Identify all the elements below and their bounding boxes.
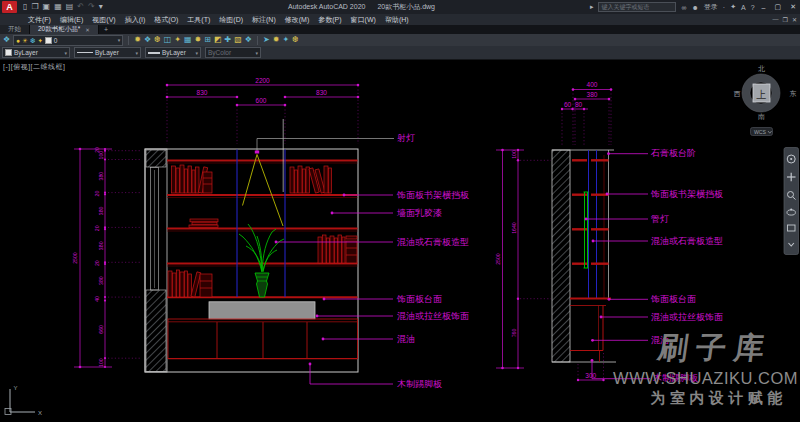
svg-text:石膏板台阶: 石膏板台阶 — [650, 148, 696, 158]
search-input[interactable] — [598, 2, 676, 12]
minimize-button[interactable]: – — [760, 4, 768, 11]
layer-tool-icon[interactable]: ✹ — [134, 34, 141, 46]
layer-tool-icon[interactable]: ✦ — [282, 34, 289, 46]
chevron-down-icon[interactable]: ▾ — [64, 50, 67, 56]
layer-tool-icon[interactable]: ❖ — [245, 34, 252, 46]
svg-text:混油或拉丝板饰面: 混油或拉丝板饰面 — [397, 311, 469, 321]
viewcube-top: 上 — [756, 89, 767, 100]
drawing-canvas[interactable]: [-][俯视][二维线框] — [0, 60, 800, 422]
svg-text:80: 80 — [575, 101, 583, 108]
open-file-icon[interactable]: ❒ — [31, 0, 38, 14]
menu-file[interactable]: 文件(F) — [24, 14, 55, 25]
svg-text:380: 380 — [98, 241, 104, 250]
tab-drawing[interactable]: 20款书柜小品* ✕ — [30, 25, 99, 34]
undo-icon[interactable]: ↶ — [77, 0, 84, 14]
doc-minimize-icon[interactable]: — — [773, 16, 779, 23]
viewcube-west: 西 — [734, 90, 741, 98]
layer-tool-icon[interactable]: ⊞ — [204, 34, 211, 46]
help-icon[interactable]: ? — [751, 4, 755, 11]
svg-text:380: 380 — [98, 172, 104, 181]
separator-dot: · — [723, 4, 725, 11]
new-tab-button[interactable]: + — [99, 25, 113, 34]
layer-tool-icon[interactable]: ❆ — [154, 34, 161, 46]
menu-view[interactable]: 视图(V) — [88, 14, 119, 25]
close-button[interactable]: ✕ — [788, 3, 798, 11]
menu-parametric[interactable]: 参数(P) — [314, 14, 345, 25]
autocad-logo-icon[interactable]: A — [2, 1, 17, 13]
menu-dimension[interactable]: 标注(N) — [248, 14, 280, 25]
layer-on-icon[interactable]: ● — [16, 36, 20, 45]
svg-text:2500: 2500 — [72, 252, 78, 264]
layer-tool-icon[interactable]: ◩ — [214, 34, 222, 46]
viewport-controls[interactable]: [-][俯视][二维线框] — [3, 62, 66, 72]
save-as-icon[interactable]: ▦ — [54, 0, 62, 14]
layer-properties-icon[interactable]: ❖ — [3, 34, 10, 46]
vase — [255, 273, 269, 297]
layer-thaw-icon[interactable]: ☀ — [22, 36, 28, 45]
layer-color-swatch — [45, 37, 52, 44]
exchange-apps-icon[interactable]: A — [741, 4, 746, 11]
svg-text:100: 100 — [98, 358, 104, 367]
search-caret-icon[interactable]: ▸ — [590, 3, 594, 11]
countertop — [209, 302, 315, 319]
sign-in-label[interactable]: 登录 — [704, 2, 718, 12]
model-space: 2200 830 600 830 2500 20 100 380 20 380 … — [0, 60, 800, 422]
menu-insert[interactable]: 插入(I) — [121, 14, 150, 25]
qat-dropdown-icon[interactable]: ▾ — [99, 0, 103, 14]
layer-tool-icon[interactable]: ❆ — [292, 34, 299, 46]
menu-draw[interactable]: 绘图(D) — [215, 14, 247, 25]
layer-tool-icon[interactable]: ➤ — [263, 34, 270, 46]
chevron-down-icon[interactable]: ▾ — [135, 50, 138, 56]
layer-tool-icon[interactable]: ▧ — [234, 34, 242, 46]
layer-tool-icon[interactable]: ❖ — [144, 34, 151, 46]
layer-freeze-icon[interactable]: ❆ — [30, 36, 35, 45]
layer-tool-icon[interactable]: ✹ — [273, 34, 280, 46]
new-file-icon[interactable]: ▯ — [23, 0, 27, 14]
svg-text:600: 600 — [256, 97, 267, 104]
ucs-icon: Y X — [5, 385, 42, 416]
lineweight-value: ByLayer — [162, 49, 186, 56]
menu-window[interactable]: 窗口(W) — [347, 14, 380, 25]
menu-format[interactable]: 格式(O) — [150, 14, 182, 25]
user-icon[interactable]: ☻ — [691, 4, 698, 11]
redo-icon[interactable]: ↷ — [88, 0, 95, 14]
svg-text:20: 20 — [94, 260, 100, 266]
viewcube[interactable]: 上 北 西 东 南 WCS — [734, 65, 797, 136]
svg-text:Y: Y — [14, 385, 18, 391]
layer-tool-icon[interactable]: ▦ — [184, 34, 192, 46]
svg-text:380: 380 — [587, 91, 598, 98]
lineweight-select[interactable]: ByLayer ▾ — [145, 47, 201, 58]
chevron-down-icon[interactable]: ▾ — [195, 50, 198, 56]
chevron-down-icon[interactable]: ▾ — [118, 37, 121, 43]
search-binoculars-icon[interactable]: ∞ — [681, 4, 686, 11]
section-annotations: 石膏板台阶 饰面板书架横挡板 管灯 混油或石膏板造型 饰面板台面 混油或拉丝板饰… — [585, 148, 723, 383]
doc-restore-icon[interactable]: ❐ — [783, 16, 788, 23]
plotstyle-select[interactable]: ByColor ▾ — [205, 47, 261, 58]
menu-tools[interactable]: 工具(T) — [183, 14, 214, 25]
svg-text:60: 60 — [564, 101, 572, 108]
svg-text:20: 20 — [94, 191, 100, 197]
svg-text:40: 40 — [94, 296, 100, 302]
menu-help[interactable]: 帮助(H) — [381, 14, 413, 25]
save-icon[interactable]: ▣ — [43, 0, 51, 14]
tab-close-icon[interactable]: ✕ — [85, 27, 90, 33]
layer-tool-icon[interactable]: ◫ — [164, 34, 172, 46]
layer-lock-icon[interactable]: ✦ — [37, 36, 42, 45]
menu-modify[interactable]: 修改(M) — [281, 14, 314, 25]
tab-start[interactable]: 开始 — [0, 25, 30, 34]
doc-close-icon[interactable]: ✕ — [792, 16, 797, 23]
navigation-bar[interactable] — [784, 148, 799, 255]
svg-text:混油或石膏板造型: 混油或石膏板造型 — [397, 237, 469, 247]
restore-button[interactable]: ▢ — [773, 3, 784, 11]
linetype-sample — [77, 52, 93, 53]
menu-edit[interactable]: 编辑(E) — [56, 14, 87, 25]
titlebar-right: ▸ ∞ ☻ 登录 · ✦ A ? – ▢ ✕ — [590, 0, 798, 14]
linetype-select[interactable]: ByLayer ▾ — [74, 47, 141, 58]
print-icon[interactable]: ▤ — [66, 0, 74, 14]
layer-select[interactable]: ● ☀ ❆ ✦ 0 ▾ — [13, 35, 123, 46]
layer-tool-icon[interactable]: ✸ — [195, 34, 202, 46]
layer-tool-icon[interactable]: ✚ — [225, 34, 232, 46]
app-store-icon[interactable]: ✦ — [730, 3, 736, 11]
layer-tool-icon[interactable]: ✦ — [174, 34, 181, 46]
color-select[interactable]: ByLayer ▾ — [2, 47, 70, 58]
